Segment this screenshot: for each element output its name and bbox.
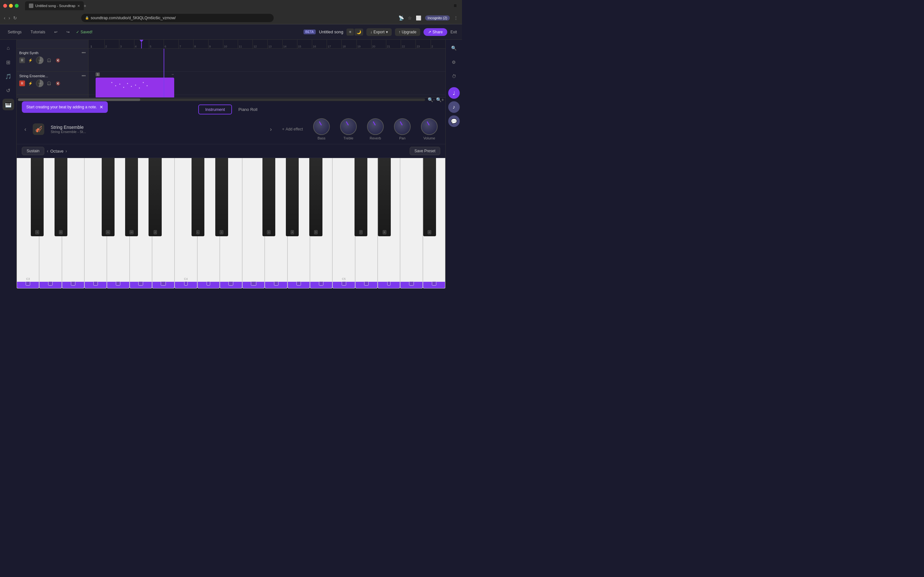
piano-section: C3 Z X C V B N <box>17 158 445 288</box>
track-headphone-button[interactable]: 🎧 <box>45 58 53 63</box>
reload-button[interactable]: ↻ <box>13 15 17 21</box>
track-record-button[interactable]: R <box>19 57 25 63</box>
reverb-knob[interactable] <box>367 118 384 135</box>
sidebar-right-settings[interactable]: ⚙ <box>448 56 460 68</box>
key-binding-F4: W <box>251 281 256 285</box>
profile-icon[interactable]: Incognito (2) <box>425 15 450 21</box>
split-view-icon[interactable]: ⬜ <box>416 15 421 21</box>
sidebar-item-audio[interactable]: 🎵 <box>3 71 14 82</box>
octave-nav: ‹ Octave › <box>47 148 67 153</box>
track-midi-button[interactable]: ⚡ <box>27 58 34 63</box>
black-key-Cs5[interactable]: 7 <box>355 158 367 236</box>
sidebar-right-chat-icon[interactable]: 💬 <box>448 115 460 127</box>
tab-close-icon[interactable]: ✕ <box>78 4 80 8</box>
octave-prev-button[interactable]: ‹ <box>47 148 48 153</box>
sidebar-item-loop[interactable]: ↺ <box>3 85 14 96</box>
upgrade-button[interactable]: ↑ Upgrade <box>395 28 420 36</box>
bookmark-icon[interactable]: ☆ <box>408 15 412 21</box>
back-button[interactable]: ‹ <box>4 15 5 21</box>
sidebar-right-note-icon[interactable]: ♩ <box>448 87 460 99</box>
octave-next-button[interactable]: › <box>65 148 67 153</box>
redo-button[interactable]: ↪ <box>64 29 72 35</box>
black-key-Gs4[interactable]: 4 <box>286 158 299 236</box>
song-title[interactable]: Untitled song <box>319 29 343 34</box>
track-volume-knob[interactable]: Vol <box>36 56 44 64</box>
track-volume-knob-2[interactable]: Vol <box>36 79 44 87</box>
midi-clip[interactable] <box>95 77 174 97</box>
track-headphone-button-2[interactable]: 🎧 <box>45 81 53 86</box>
instrument-name: String Ensemble <box>51 125 263 130</box>
sidebar-right-collab-icon[interactable]: ♪ <box>448 101 460 113</box>
save-preset-button[interactable]: Save Preset <box>410 147 440 155</box>
sustain-button[interactable]: Sustain <box>22 147 44 155</box>
white-key-C5[interactable]: C5 Y <box>333 158 355 288</box>
track-mute-button-2[interactable]: 🔇 <box>55 81 61 86</box>
black-key-Gs3[interactable]: H <box>125 158 138 236</box>
close-window-btn[interactable] <box>3 4 7 8</box>
ruler-mark: 6 <box>164 40 178 49</box>
new-tab-button[interactable]: + <box>84 3 86 8</box>
dark-theme-button[interactable]: 🌙 <box>355 29 363 35</box>
exit-button[interactable]: Exit <box>451 30 457 34</box>
minimize-window-btn[interactable] <box>9 4 13 8</box>
treble-knob[interactable] <box>340 118 357 135</box>
track-mute-button[interactable]: 🔇 <box>55 58 61 63</box>
add-effect-button[interactable]: + Add effect <box>278 125 307 133</box>
browser-tab[interactable]: Untitled song - Soundtrap ✕ <box>25 1 84 10</box>
volume-knob[interactable] <box>421 118 438 135</box>
prev-instrument-button[interactable]: ‹ <box>24 126 26 133</box>
pan-knob[interactable] <box>394 118 411 135</box>
track-lane-2[interactable]: ← → 1 <box>89 72 445 95</box>
track-midi-button-2[interactable]: ⚡ <box>27 81 34 86</box>
black-key-Ds4[interactable]: 1 <box>215 158 228 236</box>
clip-number-badge: 1 <box>95 73 100 76</box>
black-key-Ds5[interactable]: 8 <box>378 158 391 236</box>
track-menu-button[interactable]: ••• <box>81 51 86 55</box>
track-lane-1[interactable] <box>89 49 445 72</box>
sidebar-right-search[interactable]: 🔍 <box>448 42 460 54</box>
track-controls-row: R ⚡ Vol 🎧 🔇 <box>19 56 86 64</box>
black-key-Ds3[interactable]: D <box>55 158 67 236</box>
timeline-scrollbar[interactable]: 🔍- 🔍+ <box>17 97 445 101</box>
address-bar[interactable]: 🔒 soundtrap.com/studio/d_5KliQLQm6ic6ic_… <box>81 14 274 22</box>
scrollbar-thumb[interactable] <box>18 98 140 101</box>
ruler[interactable]: 1 2 3 4 5 6 7 8 <box>89 40 445 49</box>
undo-button[interactable]: ↩ <box>52 29 60 35</box>
black-key-As4[interactable]: 5 <box>309 158 322 236</box>
track-record-button-2[interactable]: R <box>19 81 25 86</box>
sidebar-item-home[interactable]: ⌂ <box>3 42 14 54</box>
next-instrument-button[interactable]: › <box>270 126 272 133</box>
key-binding-B4: T <box>319 281 323 285</box>
more-options-icon[interactable]: ⋮ <box>454 15 458 21</box>
export-button[interactable]: ↓ Export ▾ <box>367 28 392 36</box>
black-key-Cs3[interactable]: S <box>31 158 44 236</box>
forward-button[interactable]: › <box>9 15 10 21</box>
white-key-F5[interactable]: O <box>400 158 423 288</box>
black-key-Cs4[interactable]: L <box>192 158 204 236</box>
white-key-F4[interactable]: W <box>242 158 265 288</box>
scrollbar-track[interactable] <box>18 98 425 101</box>
cast-icon[interactable]: 📡 <box>399 15 404 21</box>
tab-instrument[interactable]: Instrument <box>198 105 232 114</box>
pan-knob-wrap: Pan <box>394 118 411 140</box>
bass-knob[interactable] <box>313 118 330 135</box>
black-key-Fs4[interactable]: 3 <box>262 158 275 236</box>
share-button[interactable]: ↗ Share <box>423 28 447 36</box>
black-key-Fs5[interactable]: 0 <box>423 158 436 236</box>
notification-close-button[interactable]: ✕ <box>99 105 103 110</box>
black-key-Fs3[interactable]: G <box>102 158 115 236</box>
tutorials-button[interactable]: Tutorials <box>28 29 48 35</box>
black-key-As3[interactable]: J <box>149 158 162 236</box>
download-icon: ↓ <box>370 30 372 34</box>
ruler-mark: 5 <box>149 40 164 49</box>
tab-piano-roll[interactable]: Piano Roll <box>232 105 264 114</box>
settings-button[interactable]: Settings <box>5 29 24 35</box>
sidebar-item-instrument[interactable]: 🎹 <box>3 99 14 110</box>
track-menu-button-2[interactable]: ••• <box>81 74 86 78</box>
light-theme-button[interactable]: ☀ <box>347 29 354 35</box>
tracks-grid[interactable]: ← → 1 <box>89 49 445 97</box>
key-binding-Cs4: L <box>196 230 200 234</box>
sidebar-right-clock[interactable]: ⏱ <box>448 71 460 82</box>
sidebar-item-grid[interactable]: ⊞ <box>3 56 14 68</box>
maximize-window-btn[interactable] <box>15 4 19 8</box>
